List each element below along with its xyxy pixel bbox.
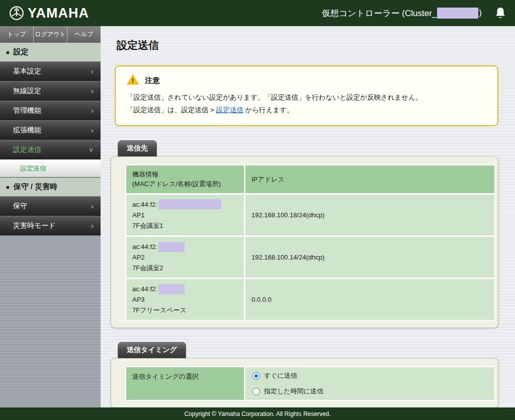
sidebar-item-config-send[interactable]: 設定送信 ∨ xyxy=(0,140,101,159)
radio-option-send-now[interactable]: すぐに送信 xyxy=(252,371,487,380)
warning-triangle-icon: ! xyxy=(127,74,139,87)
column-header-device: 機器情報 (MACアドレス/名称/設置場所) xyxy=(126,165,244,193)
device-name: AP3 xyxy=(132,294,238,305)
notice-line-2-pre: 「設定送信」は、設定送信 > xyxy=(127,106,216,114)
nav-top-button[interactable]: トップ xyxy=(0,26,33,43)
sidebar-section-maintenance-label: 保守 / 災害時 xyxy=(14,182,58,192)
redacted-mac xyxy=(158,242,185,252)
copyright-text: Copyright © Yamaha Corporation. All Righ… xyxy=(184,410,330,417)
sidebar-item-label: 設定送信 xyxy=(13,145,41,154)
sidebar-item-basic-settings[interactable]: 基本設定 › xyxy=(0,61,101,81)
notice-line-2-post: から行えます。 xyxy=(243,106,294,114)
square-bullet-icon: ■ xyxy=(6,49,10,55)
sidebar-subitem-label: 設定送信 xyxy=(20,164,46,173)
nav-logout-button[interactable]: ログアウト xyxy=(33,26,67,43)
notification-bell-icon[interactable] xyxy=(495,7,506,19)
sidebar-section-settings: ■ 設定 xyxy=(0,43,101,61)
device-name: AP2 xyxy=(132,252,238,263)
controller-title-suffix: ) xyxy=(479,8,482,18)
mac-prefix: ac:44:f2: xyxy=(132,199,157,210)
brand-name: YAMAHA xyxy=(28,6,89,21)
chevron-right-icon: › xyxy=(91,87,94,95)
notice-box: ! 注意 「設定送信」されていない設定があります。「設定送信」を行わないと設定が… xyxy=(115,65,498,126)
column-header-device-line1: 機器情報 xyxy=(132,170,238,180)
notice-title: 注意 xyxy=(145,76,160,86)
sidebar-item-label: 管理機能 xyxy=(13,106,41,115)
radio-label-send-scheduled: 指定した時間に送信 xyxy=(264,387,323,396)
notice-line-2: 「設定送信」は、設定送信 > 設定送信 から行えます。 xyxy=(127,104,487,117)
main-content: 設定送信 ! 注意 「設定送信」されていない設定があります。「設定送信」を行わな… xyxy=(101,26,515,407)
sidebar-item-label: 無線設定 xyxy=(13,87,41,96)
sidebar-item-wireless-settings[interactable]: 無線設定 › xyxy=(0,81,101,101)
redacted-mac xyxy=(158,199,221,209)
notice-head: ! 注意 xyxy=(127,74,487,87)
mac-prefix: ac:44:f2: xyxy=(132,241,157,252)
mac-address: ac:44:f2: xyxy=(132,284,238,294)
mac-address: ac:44:f2: xyxy=(132,199,238,210)
sidebar-section-settings-label: 設定 xyxy=(14,47,29,57)
sidebar-item-extension[interactable]: 拡張機能 › xyxy=(0,120,101,140)
radio-button-send-scheduled[interactable] xyxy=(252,388,260,395)
sidebar-item-label: 災害時モード xyxy=(13,221,56,230)
square-bullet-icon: ■ xyxy=(6,184,10,190)
destinations-panel: 機器情報 (MACアドレス/名称/設置場所) IPアドレス ac:44:f2: … xyxy=(111,156,498,328)
timing-options-cell: すぐに送信 指定した時間に送信 xyxy=(245,367,494,400)
tab-timing: 送信タイミング xyxy=(118,342,186,358)
radio-option-send-scheduled[interactable]: 指定した時間に送信 xyxy=(252,387,487,396)
chevron-right-icon: › xyxy=(91,202,94,210)
config-send-link[interactable]: 設定送信 xyxy=(216,106,243,114)
chevron-right-icon: › xyxy=(91,106,94,115)
table-row-ap3-ip: 0.0.0.0 xyxy=(245,279,494,320)
radio-label-send-now: すぐに送信 xyxy=(264,371,297,380)
sidebar-item-label: 保守 xyxy=(13,202,27,211)
destinations-table: 機器情報 (MACアドレス/名称/設置場所) IPアドレス ac:44:f2: … xyxy=(125,164,495,321)
page: YAMAHA 仮想コントローラー (Cluster_ ) トップ ログアウト ヘ… xyxy=(0,0,515,420)
column-header-ip: IPアドレス xyxy=(245,165,494,193)
device-location: 7F会議室1 xyxy=(132,220,238,231)
timing-row-label: 送信タイミングの選択 xyxy=(126,367,244,400)
redacted-mac xyxy=(158,284,185,294)
sidebar-top-nav: トップ ログアウト ヘルプ xyxy=(0,26,101,43)
sidebar-subitem-config-send[interactable]: 設定送信 xyxy=(0,159,101,178)
notice-line-1: 「設定送信」されていない設定があります。「設定送信」を行わないと設定が反映されま… xyxy=(127,92,487,104)
chevron-right-icon: › xyxy=(91,221,94,230)
header-right: 仮想コントローラー (Cluster_ ) xyxy=(322,7,506,19)
yamaha-logo: YAMAHA xyxy=(9,6,89,21)
sidebar-item-label: 基本設定 xyxy=(13,67,41,76)
mac-address: ac:44:f2: xyxy=(132,241,238,252)
sidebar-item-maintenance[interactable]: 保守 › xyxy=(0,196,101,216)
chevron-right-icon: › xyxy=(91,126,94,134)
page-title: 設定送信 xyxy=(117,38,515,52)
radio-button-send-now[interactable] xyxy=(252,372,260,380)
sidebar-item-disaster-mode[interactable]: 災害時モード › xyxy=(0,216,101,235)
device-name: AP1 xyxy=(132,210,238,220)
app-footer: Copyright © Yamaha Corporation. All Righ… xyxy=(0,407,515,420)
chevron-down-icon: ∨ xyxy=(89,146,94,153)
sidebar-item-management[interactable]: 管理機能 › xyxy=(0,101,101,120)
device-location: 7F会議室2 xyxy=(132,263,238,273)
column-header-device-line2: (MACアドレス/名称/設置場所) xyxy=(132,179,238,189)
timing-table: 送信タイミングの選択 すぐに送信 指定した時間に送信 xyxy=(125,366,495,401)
controller-title-prefix: 仮想コントローラー (Cluster_ xyxy=(322,8,437,19)
device-location: 7Fフリースペース xyxy=(132,305,238,315)
table-row-ap1-ip: 192.168.100.18/24(dhcp) xyxy=(245,195,494,235)
sidebar-section-maintenance: ■ 保守 / 災害時 xyxy=(0,178,101,196)
table-row-ap3-device: ac:44:f2: AP3 7Fフリースペース xyxy=(126,279,244,320)
app-header: YAMAHA 仮想コントローラー (Cluster_ ) xyxy=(0,0,515,26)
table-row-ap2-device: ac:44:f2: AP2 7F会議室2 xyxy=(126,237,244,278)
tab-destinations: 送信先 xyxy=(118,140,157,156)
nav-help-button[interactable]: ヘルプ xyxy=(67,26,101,43)
sidebar: トップ ログアウト ヘルプ ■ 設定 基本設定 › 無線設定 › 管理機能 › … xyxy=(0,26,101,407)
table-row-ap1-device: ac:44:f2: AP1 7F会議室1 xyxy=(126,195,244,235)
chevron-right-icon: › xyxy=(91,67,94,75)
yamaha-tuning-fork-icon xyxy=(9,6,24,21)
controller-title: 仮想コントローラー (Cluster_ ) xyxy=(322,8,482,19)
column-header-ip-label: IPアドレス xyxy=(251,175,488,185)
svg-text:!: ! xyxy=(132,77,134,85)
mac-prefix: ac:44:f2: xyxy=(132,284,157,294)
timing-panel: 送信タイミングの選択 すぐに送信 指定した時間に送信 xyxy=(111,358,498,407)
sidebar-item-label: 拡張機能 xyxy=(13,126,41,135)
table-row-ap2-ip: 192.168.100.14/24(dhcp) xyxy=(245,237,494,278)
redacted-cluster-name xyxy=(437,8,478,19)
